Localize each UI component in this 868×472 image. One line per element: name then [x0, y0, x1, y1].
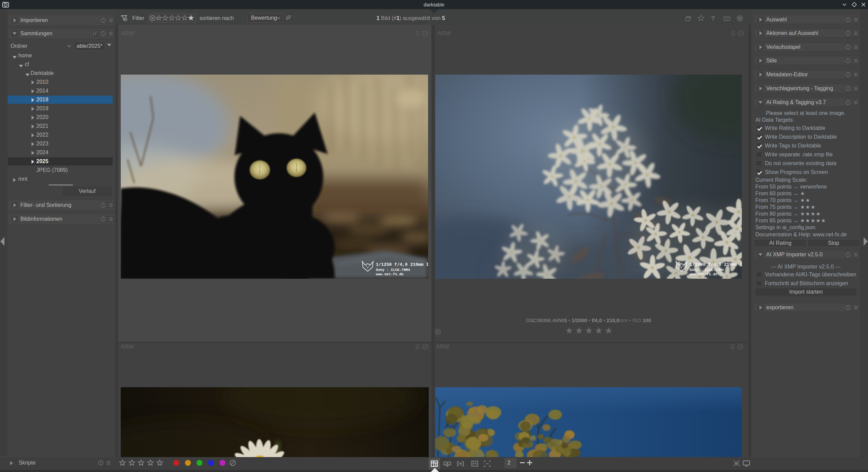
svg-text:1/2000 f/4,0 210mm IS: 1/2000 f/4,0 210mm IS [690, 262, 742, 267]
svg-text:Sony - ILCE-7RM4: Sony - ILCE-7RM4 [376, 268, 410, 272]
svg-text:1/1250 f/4,0 210mm IS: 1/1250 f/4,0 210mm IS [376, 262, 428, 267]
svg-text:www.net-fx.de: www.net-fx.de [690, 272, 717, 276]
svg-text:Sony - ILCE-7RM4: Sony - ILCE-7RM4 [690, 268, 724, 272]
svg-text:www.net-fx.de: www.net-fx.de [376, 272, 404, 276]
